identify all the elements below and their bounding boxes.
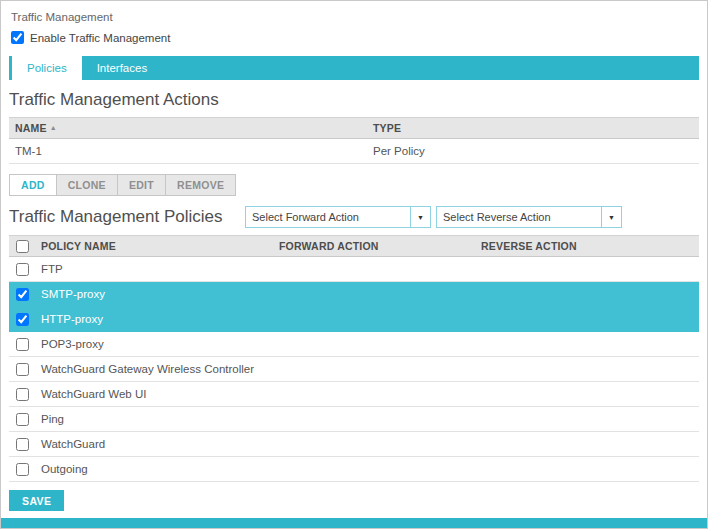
column-reverse-action-label: REVERSE ACTION [481,240,577,252]
policies-table: POLICY NAME FORWARD ACTION REVERSE ACTIO… [9,235,699,482]
enable-traffic-label: Enable Traffic Management [30,32,170,44]
policy-row[interactable]: WatchGuard Gateway Wireless Controller [9,357,699,382]
policy-row[interactable]: WatchGuard Web UI [9,382,699,407]
policy-row[interactable]: Ping [9,407,699,432]
policy-name-cell: WatchGuard Gateway Wireless Controller [35,363,273,375]
actions-table-header: NAME▲ TYPE [9,117,699,139]
policy-checkbox-cell [9,363,35,376]
policy-name-cell: POP3-proxy [35,338,273,350]
column-header-name[interactable]: NAME▲ [9,122,367,134]
column-header-policy-name[interactable]: POLICY NAME [35,240,273,252]
policies-section-title: Traffic Management Policies [9,207,245,227]
select-all-cell [9,240,35,253]
reverse-action-select[interactable]: Select Reverse Action ▼ [436,206,622,228]
edit-button[interactable]: EDIT [117,174,166,196]
actions-toolbar: ADD CLONE EDIT REMOVE [9,174,699,196]
policy-checkbox-cell [9,313,35,326]
policy-row[interactable]: WatchGuard [9,432,699,457]
column-type-label: TYPE [373,122,401,134]
traffic-management-page: Traffic Management Enable Traffic Manage… [0,0,708,529]
policy-name-cell: SMTP-proxy [35,288,273,300]
policies-table-header: POLICY NAME FORWARD ACTION REVERSE ACTIO… [9,235,699,257]
bottom-accent-bar [1,518,707,528]
forward-action-select-value: Select Forward Action [246,211,410,223]
policy-checkbox[interactable] [16,413,29,426]
policy-checkbox-cell [9,463,35,476]
policy-checkbox[interactable] [16,388,29,401]
add-button[interactable]: ADD [9,174,57,196]
column-name-label: NAME [15,122,47,134]
policy-row[interactable]: SMTP-proxy [9,282,699,307]
policy-name-cell: WatchGuard [35,438,273,450]
tab-policies-label: Policies [27,62,67,74]
actions-section-title: Traffic Management Actions [9,90,699,110]
select-all-checkbox[interactable] [16,240,29,253]
chevron-down-icon: ▼ [601,207,621,227]
column-header-reverse-action[interactable]: REVERSE ACTION [475,240,699,252]
policy-name-cell: Outgoing [35,463,273,475]
tab-bar: Policies Interfaces [9,56,699,80]
column-header-forward-action[interactable]: FORWARD ACTION [273,240,475,252]
tab-interfaces-label: Interfaces [97,62,148,74]
breadcrumb: Traffic Management [11,11,699,23]
policy-row[interactable]: Outgoing [9,457,699,482]
actions-table: NAME▲ TYPE TM-1Per Policy [9,117,699,164]
policy-checkbox-cell [9,263,35,276]
action-type-cell: Per Policy [367,145,699,157]
enable-traffic-row: Enable Traffic Management [11,31,699,44]
policy-row[interactable]: POP3-proxy [9,332,699,357]
remove-button[interactable]: REMOVE [165,174,236,196]
enable-traffic-checkbox[interactable] [11,31,24,44]
forward-action-select[interactable]: Select Forward Action ▼ [245,206,431,228]
policy-checkbox[interactable] [16,313,29,326]
policy-checkbox-cell [9,413,35,426]
actions-table-body: TM-1Per Policy [9,139,699,164]
reverse-action-select-value: Select Reverse Action [437,211,601,223]
action-name-cell: TM-1 [9,145,367,157]
policy-checkbox-cell [9,288,35,301]
policy-name-cell: WatchGuard Web UI [35,388,273,400]
policy-checkbox[interactable] [16,263,29,276]
policy-checkbox-cell [9,388,35,401]
policy-checkbox[interactable] [16,463,29,476]
column-policy-name-label: POLICY NAME [41,240,116,252]
policies-table-body: FTPSMTP-proxyHTTP-proxyPOP3-proxyWatchGu… [9,257,699,482]
tab-interfaces[interactable]: Interfaces [82,56,163,80]
policy-checkbox-cell [9,338,35,351]
policy-checkbox[interactable] [16,338,29,351]
policy-name-cell: HTTP-proxy [35,313,273,325]
policy-checkbox-cell [9,438,35,451]
policy-row[interactable]: HTTP-proxy [9,307,699,332]
policies-header-row: Traffic Management Policies Select Forwa… [9,206,699,228]
column-forward-action-label: FORWARD ACTION [279,240,379,252]
policy-name-cell: FTP [35,263,273,275]
column-header-type[interactable]: TYPE [367,122,699,134]
policy-checkbox[interactable] [16,438,29,451]
save-button[interactable]: SAVE [9,490,64,511]
clone-button[interactable]: CLONE [56,174,118,196]
policy-row[interactable]: FTP [9,257,699,282]
content-area: Traffic Management Enable Traffic Manage… [1,1,707,518]
chevron-down-icon: ▼ [410,207,430,227]
policy-name-cell: Ping [35,413,273,425]
policy-checkbox[interactable] [16,363,29,376]
sort-asc-icon: ▲ [50,124,57,131]
policy-checkbox[interactable] [16,288,29,301]
tab-policies[interactable]: Policies [12,56,82,80]
actions-table-row[interactable]: TM-1Per Policy [9,139,699,164]
